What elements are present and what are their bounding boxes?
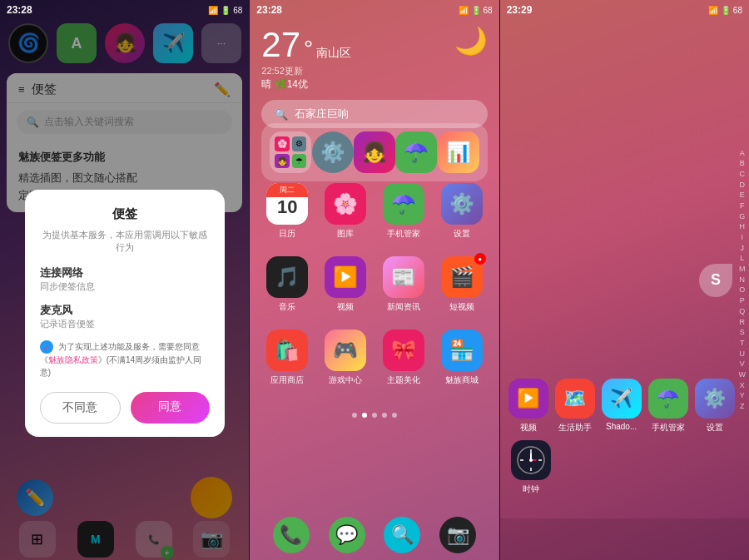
- appstore-icon: 🛍️: [266, 330, 308, 371]
- video-app[interactable]: ▶️ 视频: [321, 256, 370, 313]
- gallery-app[interactable]: 🌸 图库: [321, 183, 370, 240]
- dot-4: [382, 413, 387, 418]
- alphabet-bar[interactable]: A B C D E F G H I J L M N O P Q R S T U …: [738, 148, 746, 411]
- phonemanager-app[interactable]: ☂️ 手机管家: [379, 183, 428, 240]
- alpha-E[interactable]: E: [740, 191, 745, 201]
- network-permission-desc: 同步便签信息: [40, 280, 210, 293]
- alpha-J[interactable]: J: [740, 244, 744, 254]
- p3-lifeassist-icon: 🗺️: [555, 379, 595, 419]
- p3-phonemanager-app[interactable]: ☂️ 手机管家: [648, 379, 688, 434]
- notification-badge: ●: [474, 253, 486, 265]
- status-time-2: 23:28: [256, 4, 282, 16]
- alpha-R[interactable]: R: [739, 317, 745, 327]
- p3-settings-app[interactable]: ⚙️ 设置: [695, 379, 735, 434]
- alpha-S[interactable]: S: [740, 328, 745, 338]
- alpha-W[interactable]: W: [738, 370, 746, 380]
- checkmark-icon[interactable]: ✓: [40, 340, 53, 354]
- alpha-U[interactable]: U: [739, 349, 745, 359]
- panel3-row1: ▶️ 视频 🗺️ 生活助手 ✈️ Shado... ☂️ 手机管家 ⚙️ 设置: [508, 379, 724, 434]
- alpha-Z[interactable]: Z: [740, 402, 745, 412]
- dialog-terms: ✓ 为了实现上述功能及服务，需要您同意《魅族隐私政策》(不满14周岁须由监护人同…: [40, 340, 210, 379]
- search-text-2: 石家庄巨响: [295, 107, 349, 121]
- alpha-Y[interactable]: Y: [740, 391, 745, 401]
- alpha-O[interactable]: O: [739, 285, 745, 295]
- status-bar-1: 23:28 📶 🔋 68: [0, 0, 249, 20]
- panel-3: 23:29 📶 🔋 68 A B C D E F G H I J L M N O…: [500, 0, 749, 560]
- alpha-D[interactable]: D: [739, 180, 745, 190]
- music-app[interactable]: 🎵 音乐: [263, 256, 311, 313]
- app-folder[interactable]: 🌸 ⚙ 👧 ☂: [270, 131, 311, 173]
- clock-svg: [516, 445, 546, 475]
- alpha-T[interactable]: T: [740, 339, 745, 349]
- wifi-icon-3: 📶: [708, 6, 718, 15]
- alpha-I[interactable]: I: [741, 233, 743, 243]
- alpha-X[interactable]: X: [740, 381, 745, 391]
- alpha-C[interactable]: C: [739, 170, 745, 180]
- dock2-camera[interactable]: 📷: [439, 517, 476, 553]
- dock-2: 📞 💬 🔍 📷: [250, 510, 499, 560]
- alpha-M[interactable]: M: [739, 265, 746, 275]
- dock2-search[interactable]: 🔍: [384, 517, 420, 553]
- themeapp-label: 主题美化: [387, 374, 420, 386]
- alpha-V[interactable]: V: [740, 359, 745, 369]
- battery-icon-2: 🔋: [471, 6, 481, 15]
- battery-level-3: 68: [733, 6, 742, 15]
- search-icon-2: 🔍: [275, 108, 288, 121]
- calendar-app[interactable]: 周二 10 日历: [263, 183, 311, 240]
- alpha-F[interactable]: F: [740, 201, 745, 211]
- p3-clock-app[interactable]: 时钟: [508, 440, 553, 495]
- themeapp-icon: 🎀: [383, 330, 424, 371]
- clock-icon: [511, 440, 551, 480]
- appstore-app[interactable]: 🛍️ 应用商店: [263, 330, 311, 386]
- status-bar-2: 23:28 📶 🔋 68: [250, 0, 499, 20]
- settings-icon-folder[interactable]: ⚙️: [312, 131, 354, 173]
- icon-grid-row2: 🎵 音乐 ▶️ 视频 📰 新闻资讯 🎬 ● 短视频: [258, 256, 490, 316]
- alpha-Q[interactable]: Q: [739, 307, 745, 317]
- avatar-folder-icon[interactable]: 👧: [354, 131, 395, 173]
- alpha-A[interactable]: A: [740, 148, 745, 158]
- alpha-L[interactable]: L: [740, 254, 744, 264]
- video-label: 视频: [337, 301, 354, 313]
- svg-point-8: [529, 458, 533, 462]
- meizustore-app[interactable]: 🏪 魅族商城: [438, 330, 486, 386]
- calendar-label: 日历: [279, 228, 295, 240]
- phonemanager-label: 手机管家: [387, 228, 420, 240]
- calendar-day: 周二: [266, 183, 308, 197]
- p3-shadow-icon: ✈️: [602, 379, 642, 419]
- battery-icon: 🔋: [221, 6, 231, 15]
- wifi-icon-2: 📶: [459, 6, 469, 15]
- news-label: 新闻资讯: [387, 301, 420, 313]
- dock2-phone[interactable]: 📞: [273, 517, 310, 553]
- moon-icon: 🌙: [454, 25, 488, 57]
- alpha-P[interactable]: P: [740, 296, 745, 306]
- dot-3: [372, 413, 377, 418]
- gamecenter-app[interactable]: 🎮 游戏中心: [321, 330, 370, 386]
- terms-link[interactable]: 魅族隐私政策: [48, 355, 98, 364]
- gamecenter-label: 游戏中心: [329, 374, 362, 386]
- news-app[interactable]: 📰 新闻资讯: [379, 256, 428, 313]
- chart-icon[interactable]: 📊: [438, 131, 479, 173]
- weather-section: 27 ° 南山区 22:52更新 晴 🌿14优 🌙 🔍 石家庄巨响: [261, 25, 487, 128]
- p3-video-app[interactable]: ▶️ 视频: [508, 379, 548, 434]
- ok-button[interactable]: 同意: [131, 392, 210, 424]
- status-time-1: 23:28: [7, 4, 32, 16]
- weather-update-time: 22:52更新: [261, 65, 487, 77]
- alpha-H[interactable]: H: [739, 222, 745, 232]
- alpha-N[interactable]: N: [739, 275, 745, 285]
- themeapp-app[interactable]: 🎀 主题美化: [379, 330, 428, 386]
- settings-app[interactable]: ⚙️ 设置: [438, 183, 486, 240]
- alpha-G[interactable]: G: [739, 212, 745, 222]
- cancel-button[interactable]: 不同意: [40, 392, 121, 424]
- umbrella-icon[interactable]: ☂️: [395, 131, 437, 173]
- music-icon: 🎵: [266, 256, 308, 298]
- dot-2-active: [362, 413, 367, 418]
- wifi-icon: 📶: [208, 6, 218, 15]
- shortvideo-app[interactable]: 🎬 ● 短视频: [438, 256, 486, 313]
- dock2-messages[interactable]: 💬: [329, 517, 365, 553]
- video-icon: ▶️: [325, 256, 366, 298]
- mic-permission-desc: 记录语音便签: [40, 318, 210, 330]
- alpha-B[interactable]: B: [740, 159, 745, 169]
- p3-lifeassist-app[interactable]: 🗺️ 生活助手: [555, 379, 595, 434]
- dialog-subtitle: 为提供基本服务，本应用需调用以下敏感行为: [40, 229, 210, 254]
- p3-shadow-app[interactable]: ✈️ Shado...: [602, 379, 642, 434]
